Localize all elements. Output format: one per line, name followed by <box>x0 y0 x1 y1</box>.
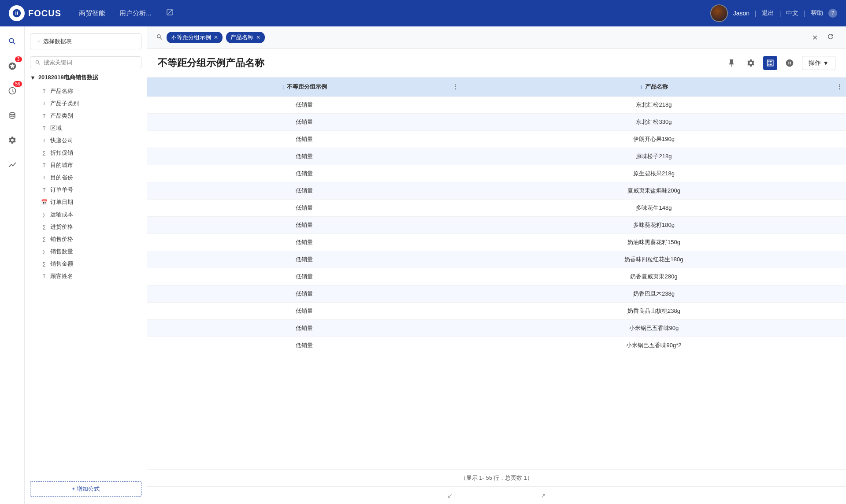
col-header-product: ↕ 产品名称 ⋮ <box>462 78 846 96</box>
data-table-wrapper[interactable]: ↕ 不等距分组示例 ⋮ ↕ 产品名称 ⋮ <box>147 78 846 469</box>
field-type-icon: T <box>41 112 48 119</box>
chart-view-button[interactable] <box>783 56 797 70</box>
tree-item[interactable]: ∑进货价格 <box>30 221 141 233</box>
field-label: 进货价格 <box>50 223 73 231</box>
filter-clear-icon[interactable]: ✕ <box>809 33 820 43</box>
field-label: 运输成本 <box>50 211 73 219</box>
avatar <box>710 4 728 22</box>
field-type-icon: 📅 <box>41 199 48 206</box>
table-row: 低销量东北红松218g <box>147 96 846 114</box>
help-icon[interactable]: ? <box>828 9 837 18</box>
bottom-arrow-right[interactable]: ↗ <box>541 492 546 499</box>
operations-dropdown-icon: ▼ <box>823 59 829 67</box>
pin-button[interactable] <box>724 56 738 70</box>
field-type-icon: T <box>41 137 48 144</box>
table-cell-4-0: 低销量 <box>147 165 462 182</box>
tree-item[interactable]: ∑折扣促销 <box>30 147 141 159</box>
table-cell-11-0: 低销量 <box>147 285 462 303</box>
field-type-icon: ∑ <box>41 236 48 243</box>
tree-item[interactable]: T产品类别 <box>30 110 141 122</box>
tree-item[interactable]: ∑销售数量 <box>30 245 141 258</box>
table-row: 低销量原味松子218g <box>147 148 846 165</box>
table-cell-7-1: 多味葵花籽180g <box>462 217 846 234</box>
field-label: 订单单号 <box>50 186 73 194</box>
sidebar-icon-search[interactable] <box>4 33 20 49</box>
help-link[interactable]: 帮助 <box>811 9 823 17</box>
tree-item[interactable]: T区域 <box>30 122 141 134</box>
settings-button[interactable] <box>744 56 758 70</box>
sidebar-icon-settings[interactable] <box>4 132 20 148</box>
bottom-bar: ↙ ↗ <box>147 486 846 504</box>
choose-table-button[interactable]: ↑ 选择数据表 <box>30 33 141 49</box>
tree-item[interactable]: T产品子类别 <box>30 97 141 110</box>
tree-item[interactable]: ∑运输成本 <box>30 208 141 221</box>
filter-refresh-icon[interactable] <box>824 32 837 43</box>
sidebar-icon-clock[interactable]: 56 <box>4 83 20 99</box>
col-header-group-menu[interactable]: ⋮ <box>452 83 458 90</box>
filter-tag-2[interactable]: 产品名称 ✕ <box>226 32 265 43</box>
nav-item-shangmao[interactable]: 商贸智能 <box>79 9 105 18</box>
logo-icon[interactable] <box>9 5 25 21</box>
table-cell-1-1: 东北红松330g <box>462 114 846 131</box>
operations-button[interactable]: 操作 ▼ <box>802 56 835 70</box>
table-cell-14-0: 低销量 <box>147 337 462 354</box>
table-cell-1-0: 低销量 <box>147 114 462 131</box>
filter-tag-1-close[interactable]: ✕ <box>214 34 218 41</box>
sidebar-icons: 3 56 <box>0 26 25 504</box>
nav-right: Jason | 退出 | 中文 | 帮助 ? <box>710 4 837 22</box>
username: Jason <box>733 10 750 17</box>
logout-link[interactable]: 退出 <box>762 9 774 17</box>
filter-tag-1[interactable]: 不等距分组示例 ✕ <box>167 32 223 43</box>
tree-item[interactable]: 📅订单日期 <box>30 196 141 208</box>
lang-switch[interactable]: 中文 <box>786 9 798 17</box>
tree-collapse-icon: ▼ <box>30 74 36 81</box>
table-row: 低销量伊朗开心果190g <box>147 131 846 148</box>
table-cell-4-1: 原生碧根果218g <box>462 165 846 182</box>
clock-badge: 56 <box>13 81 22 87</box>
bottom-arrow-left[interactable]: ↙ <box>447 492 453 499</box>
field-type-icon: T <box>41 174 48 181</box>
col-header-product-menu[interactable]: ⋮ <box>836 83 842 90</box>
field-label: 目的省份 <box>50 174 73 182</box>
table-row: 低销量多味葵花籽180g <box>147 217 846 234</box>
nav-item-yonghu[interactable]: 用户分析... <box>119 9 152 18</box>
chart-badge: 3 <box>15 56 22 62</box>
tree-item[interactable]: T顾客姓名 <box>30 270 141 282</box>
table-row: 低销量小米锅巴五香味90g*2 <box>147 337 846 354</box>
table-cell-5-1: 夏威夷果盐焗味200g <box>462 182 846 200</box>
sidebar-icon-trend[interactable] <box>4 157 20 173</box>
tree-parent[interactable]: ▼ 20182019电商销售数据 <box>30 74 141 82</box>
tree-item[interactable]: T目的省份 <box>30 171 141 184</box>
choose-table-arrow: ↑ <box>37 38 41 45</box>
table-row: 低销量奶香夏威夷果280g <box>147 268 846 285</box>
table-cell-10-0: 低销量 <box>147 268 462 285</box>
table-view-button[interactable] <box>763 56 777 70</box>
tree-item[interactable]: ∑销售金额 <box>30 258 141 270</box>
add-formula-button[interactable]: + 增加公式 <box>30 481 141 497</box>
sidebar-icon-database[interactable] <box>4 107 20 123</box>
table-cell-14-1: 小米锅巴五香味90g*2 <box>462 337 846 354</box>
field-search-icon <box>35 59 41 66</box>
pagination-text: （显示 1- 55 行，总页数 1） <box>460 474 533 481</box>
table-row: 低销量原生碧根果218g <box>147 165 846 182</box>
external-link-icon[interactable] <box>166 8 174 18</box>
tree-section: ▼ 20182019电商销售数据 T产品名称T产品子类别T产品类别T区域T快递公… <box>30 74 141 476</box>
keyword-search-input[interactable] <box>44 59 137 66</box>
field-type-icon: ∑ <box>41 211 48 218</box>
main-content: 不等距分组示例 ✕ 产品名称 ✕ ✕ 不等距分组示例产品名称 <box>147 26 846 504</box>
sidebar-icon-chart[interactable]: 3 <box>4 58 20 74</box>
tree-item[interactable]: ∑销售价格 <box>30 233 141 245</box>
field-label: 顾客姓名 <box>50 272 73 280</box>
table-cell-2-0: 低销量 <box>147 131 462 148</box>
table-cell-5-0: 低销量 <box>147 182 462 200</box>
tree-item[interactable]: T目的城市 <box>30 159 141 171</box>
table-row: 低销量奶油味黑葵花籽150g <box>147 234 846 251</box>
tree-item[interactable]: T快递公司 <box>30 134 141 147</box>
filter-tag-2-close[interactable]: ✕ <box>256 34 260 41</box>
table-row: 低销量奶香巴旦木238g <box>147 285 846 303</box>
table-cell-0-0: 低销量 <box>147 96 462 114</box>
tree-items: T产品名称T产品子类别T产品类别T区域T快递公司∑折扣促销T目的城市T目的省份T… <box>30 85 141 282</box>
tree-item[interactable]: T订单单号 <box>30 184 141 196</box>
tree-item[interactable]: T产品名称 <box>30 85 141 97</box>
table-cell-10-1: 奶香夏威夷果280g <box>462 268 846 285</box>
